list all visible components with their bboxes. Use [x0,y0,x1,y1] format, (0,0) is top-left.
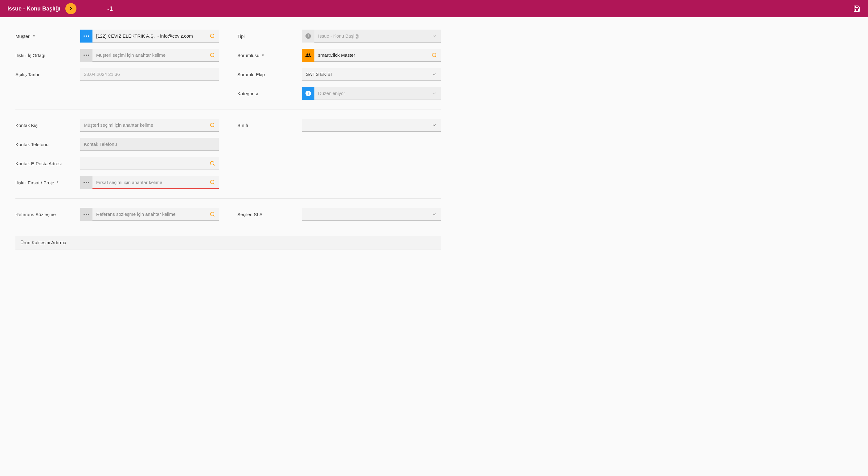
kontak-kisi-input[interactable] [84,119,207,131]
label-sorumlusu: Sorumlusu * [237,53,302,58]
label-referans-sozlesme: Referans Sözleşme [16,212,80,217]
chevron-down-icon [432,33,437,39]
users-icon [305,52,311,58]
row-sorumlu-ekip: Sorumlu Ekip SATIS EKIBI [237,68,441,81]
row-iliskili-firsat: İlişkili Fırsat / Proje * [16,176,219,189]
is-ortagi-search-button[interactable] [210,52,215,58]
label-iliskili-is-ortagi: İlişkili İş Ortağı [16,53,80,58]
kontak-telefonu-input[interactable] [84,138,215,150]
svg-point-0 [210,34,214,38]
dots-icon [84,55,89,56]
referans-menu-button[interactable] [80,208,92,221]
save-icon [853,5,861,12]
label-secilen-sla: Seçilen SLA [237,212,302,217]
row-musteri: Müşteri * [16,30,219,42]
page-title: Issue - Konu Başlığı [7,5,60,12]
musteri-input[interactable] [96,30,207,42]
label-kategorisi: Kategorisi [237,91,302,96]
tipi-info-button[interactable]: i [302,30,314,42]
label-iliskili-firsat: İlişkili Fırsat / Proje * [16,180,80,185]
form-content: Müşteri * İlişkili İş Ortağı [0,17,456,262]
row-secilen-sla: Seçilen SLA [237,208,441,221]
column-left: Referans Sözleşme [16,208,219,221]
sla-select[interactable] [302,208,441,221]
label-kontak-kisi: Kontak Kişi [16,123,80,128]
column-right: Tipi i Issue - Konu Başlığı Sorumlusu [237,30,441,100]
label-tipi: Tipi [237,34,302,39]
section-contact: Kontak Kişi Kontak Telefonu [16,119,441,199]
urun-input[interactable] [20,240,436,245]
search-icon [210,179,215,185]
label-sinifi: Sınıfı [237,123,302,128]
info-icon: i [306,91,311,96]
section-reference: Referans Sözleşme Seçilen SLA [16,208,441,230]
kontak-eposta-input[interactable] [84,157,207,170]
acilis-tarihi-value: 23.04.2024 21:36 [84,71,215,77]
info-icon: i [306,33,311,39]
label-acilis-tarihi: Açılış Tarihi [16,72,80,77]
sorumlusu-users-button[interactable] [302,49,314,62]
musteri-search-button[interactable] [210,33,215,39]
row-tipi: Tipi i Issue - Konu Başlığı [237,30,441,42]
referans-input[interactable] [96,208,207,220]
save-button[interactable] [853,5,861,12]
sorumlusu-search-button[interactable] [432,52,437,58]
svg-point-8 [210,161,214,165]
svg-point-2 [210,53,214,57]
svg-line-3 [213,56,214,57]
search-icon [210,52,215,58]
column-right: Sınıfı [237,119,441,189]
section-basic: Müşteri * İlişkili İş Ortağı [16,30,441,110]
dots-icon [84,214,89,215]
column-left: Kontak Kişi Kontak Telefonu [16,119,219,189]
page-header: Issue - Konu Başlığı -1 [0,0,868,17]
label-musteri: Müşteri * [16,34,80,39]
referans-search-button[interactable] [210,211,215,217]
kontak-kisi-search-button[interactable] [210,122,215,128]
firsat-menu-button[interactable] [80,176,92,189]
label-kontak-telefonu: Kontak Telefonu [16,142,80,147]
svg-point-10 [210,180,214,184]
dots-icon [84,182,89,183]
svg-line-1 [213,37,214,38]
label-kontak-eposta: Kontak E-Posta Adresi [16,161,80,166]
record-id: -1 [107,5,113,12]
row-sinifi: Sınıfı [237,119,441,131]
urun-input-wrap [16,236,441,249]
sorumlu-ekip-select[interactable]: SATIS EKIBI [302,68,441,81]
column-right: Seçilen SLA [237,208,441,221]
search-icon [210,160,215,166]
dots-icon [84,35,89,37]
firsat-search-button[interactable] [210,179,215,185]
svg-line-9 [213,164,214,165]
expand-button[interactable] [65,3,76,14]
kontak-eposta-search-button[interactable] [210,160,215,166]
is-ortagi-input[interactable] [96,49,207,61]
svg-line-7 [213,126,214,127]
row-kategorisi: Kategorisi i Düzenleniyor [237,87,441,100]
chevron-down-icon [432,71,437,77]
row-acilis-tarihi: Açılış Tarihi 23.04.2024 21:36 [16,68,219,81]
musteri-menu-button[interactable] [80,30,92,42]
chevron-down-icon [432,122,437,128]
svg-line-5 [435,56,436,57]
svg-point-6 [210,123,214,127]
kategorisi-info-button[interactable]: i [302,87,314,100]
sorumlusu-input[interactable] [318,49,429,61]
row-kontak-kisi: Kontak Kişi [16,119,219,131]
sinifi-select[interactable] [302,119,441,131]
is-ortagi-menu-button[interactable] [80,49,92,62]
chevron-right-icon [68,5,74,12]
svg-line-11 [213,183,214,184]
svg-point-4 [432,53,436,57]
row-kontak-eposta: Kontak E-Posta Adresi [16,157,219,170]
firsat-input[interactable] [96,176,207,188]
column-left: Müşteri * İlişkili İş Ortağı [16,30,219,100]
chevron-down-icon [432,211,437,217]
row-kontak-telefonu: Kontak Telefonu [16,138,219,151]
search-icon [210,33,215,39]
row-sorumlusu: Sorumlusu * [237,49,441,62]
search-icon [210,211,215,217]
row-iliskili-is-ortagi: İlişkili İş Ortağı [16,49,219,62]
svg-point-12 [210,212,214,216]
